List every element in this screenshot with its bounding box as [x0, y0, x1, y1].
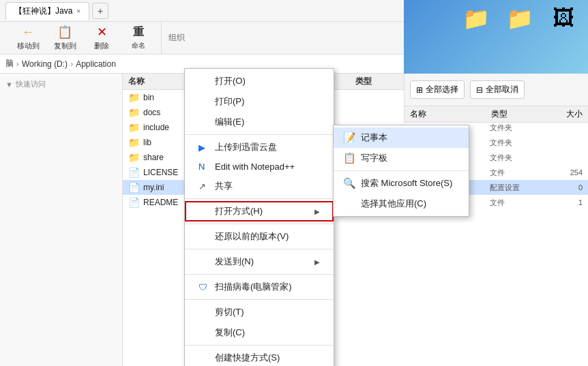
ctx-edit[interactable]: 编辑(E): [185, 112, 334, 132]
desktop-icon-1[interactable]: 📁: [457, 5, 495, 31]
new-tab-button[interactable]: +: [92, 3, 108, 19]
ctx-scan-virus[interactable]: 🛡 扫描病毒(电脑管家): [185, 277, 334, 297]
breadcrumb-root: 脑: [5, 58, 14, 70]
context-menu: 打开(O) 打印(P) 编辑(E) ▶ 上传到迅雷云盘 N Edit with …: [184, 68, 334, 366]
ctx-cut-label: 剪切(T): [215, 306, 320, 318]
select-all-label: 全部选择: [426, 84, 458, 95]
ctx-open-with[interactable]: 打开方式(H) ▶: [185, 201, 334, 222]
file-icon: 📄: [128, 167, 139, 178]
folder-icon: 📁: [128, 137, 139, 148]
rename-label: 命名: [132, 41, 145, 50]
file-type: 文件夹: [490, 153, 538, 163]
file-size small-number: 1: [542, 198, 583, 207]
move-to-button[interactable]: ← 移动到: [11, 25, 45, 52]
file-icon: 📄: [128, 197, 139, 208]
desktop-icon-2[interactable]: 📁: [501, 5, 539, 31]
select-all-button[interactable]: ⊞ 全部选择: [410, 80, 465, 99]
share-icon: ↗: [199, 181, 209, 192]
shield-icon: 🛡: [199, 282, 209, 292]
file-type: 文件夹: [490, 138, 538, 148]
submenu-wordpad-label: 写字板: [361, 152, 387, 164]
breadcrumb-folder[interactable]: Application: [76, 59, 116, 69]
file-type: 文件: [490, 168, 538, 178]
move-label: 移动到: [17, 41, 40, 51]
explorer-tab[interactable]: 【狂神说】Java ×: [5, 2, 89, 20]
tab-close[interactable]: ×: [76, 7, 80, 15]
ctx-notepadpp[interactable]: N Edit with Notepad++: [185, 157, 334, 176]
file-size: 254: [542, 168, 583, 177]
folder-icon: 📁: [128, 107, 139, 118]
ctx-sep-4: [185, 249, 334, 249]
rename-icon: 重: [133, 25, 144, 40]
breadcrumb-sep-1: ›: [16, 59, 19, 69]
submenu-wordpad[interactable]: 📋 写字板: [334, 148, 469, 168]
ctx-sep-7: [185, 345, 334, 346]
ctx-upload-cloud[interactable]: ▶ 上传到迅雷云盘: [185, 137, 334, 157]
ctx-open-with-label: 打开方式(H): [215, 205, 309, 217]
store-icon: 🔍: [343, 177, 355, 189]
rename-button[interactable]: 重 命名: [121, 25, 156, 52]
folder-icon: 📁: [128, 122, 139, 133]
right-col-type: 类型: [491, 108, 546, 120]
delete-button[interactable]: ✕ 删除: [85, 25, 119, 52]
ctx-sep-6: [185, 299, 334, 300]
open-with-submenu: 📝 记事本 📋 写字板 🔍 搜索 Microsoft Store(S) 选择其他…: [333, 125, 469, 217]
ctx-notepadpp-label: Edit with Notepad++: [215, 162, 320, 172]
copy-to-button[interactable]: 📋 复制到: [48, 25, 82, 52]
ctx-shortcut-label: 创建快捷方式(S): [215, 352, 320, 364]
right-col-size: 大小: [548, 108, 583, 120]
file-icon: 📄: [128, 182, 139, 193]
ctx-sep-2: [185, 198, 334, 199]
notepadpp-icon: N: [199, 162, 209, 172]
submenu-store[interactable]: 🔍 搜索 Microsoft Store(S): [334, 173, 469, 194]
tab-label: 【狂神说】Java: [14, 5, 72, 17]
desktop-icon-3[interactable]: 🖼: [544, 5, 583, 31]
ctx-print[interactable]: 打印(P): [185, 91, 334, 112]
image-desktop-icon: 🖼: [553, 5, 574, 31]
toolbar-section-organize: ← 移动到 📋 复制到 ✕ 删除 重 命名: [5, 22, 162, 54]
ctx-share-label: 共享: [215, 180, 320, 192]
submenu-notepad[interactable]: 📝 记事本: [334, 127, 469, 148]
delete-label: 删除: [94, 41, 109, 51]
ctx-copy[interactable]: 复制(C): [185, 322, 334, 343]
ctx-copy-label: 复制(C): [215, 326, 320, 339]
organize-label: 组织: [163, 32, 190, 44]
right-file-list-header: 名称 类型 大小: [405, 106, 588, 123]
breadcrumb-sep-2: ›: [70, 59, 73, 69]
right-panel: ⊞ 全部选择 ⊟ 全部取消 名称 类型 大小: [404, 74, 588, 123]
ctx-edit-label: 编辑(E): [215, 116, 320, 128]
notepad-icon: 📝: [343, 132, 355, 144]
sidebar-collapse[interactable]: ▼ 快速访问: [0, 76, 122, 92]
breadcrumb-drive[interactable]: Working (D:): [22, 59, 68, 69]
ctx-scan-label: 扫描病毒(电脑管家): [215, 281, 320, 293]
ctx-open[interactable]: 打开(O): [185, 71, 334, 91]
move-icon: ←: [22, 25, 34, 40]
ctx-sep-1: [185, 134, 334, 135]
ctx-open-label: 打开(O): [215, 75, 320, 87]
submenu-store-label: 搜索 Microsoft Store(S): [361, 177, 452, 189]
open-with-arrow: ▶: [314, 208, 320, 215]
ctx-create-shortcut[interactable]: 创建快捷方式(S): [185, 348, 334, 366]
submenu-sep-1: [334, 170, 469, 171]
right-toolbar: ⊞ 全部选择 ⊟ 全部取消: [405, 74, 588, 106]
ctx-cloud-label: 上传到迅雷云盘: [215, 141, 320, 153]
delete-icon: ✕: [97, 25, 107, 40]
ctx-send-label: 发送到(N): [215, 256, 309, 268]
ctx-send-to[interactable]: 发送到(N) ▶: [185, 251, 334, 272]
deselect-all-icon: ⊟: [476, 85, 483, 95]
deselect-all-label: 全部取消: [486, 84, 518, 95]
send-arrow: ▶: [314, 258, 320, 266]
copy-icon: 📋: [57, 25, 72, 40]
wordpad-icon: 📋: [343, 152, 355, 164]
file-type: 文件夹: [490, 123, 538, 133]
submenu-other-app[interactable]: 选择其他应用(C): [334, 194, 469, 214]
file-type: 文件: [490, 198, 538, 208]
deselect-all-button[interactable]: ⊟ 全部取消: [470, 80, 525, 99]
cloud-icon: ▶: [199, 142, 209, 153]
ctx-share[interactable]: ↗ 共享: [185, 176, 334, 196]
ctx-restore-version[interactable]: 还原以前的版本(V): [185, 226, 334, 247]
ctx-cut[interactable]: 剪切(T): [185, 302, 334, 322]
right-col-name: 名称: [410, 108, 488, 120]
folder-desktop-icon-2: 📁: [506, 5, 533, 31]
folder-icon: 📁: [128, 152, 139, 163]
